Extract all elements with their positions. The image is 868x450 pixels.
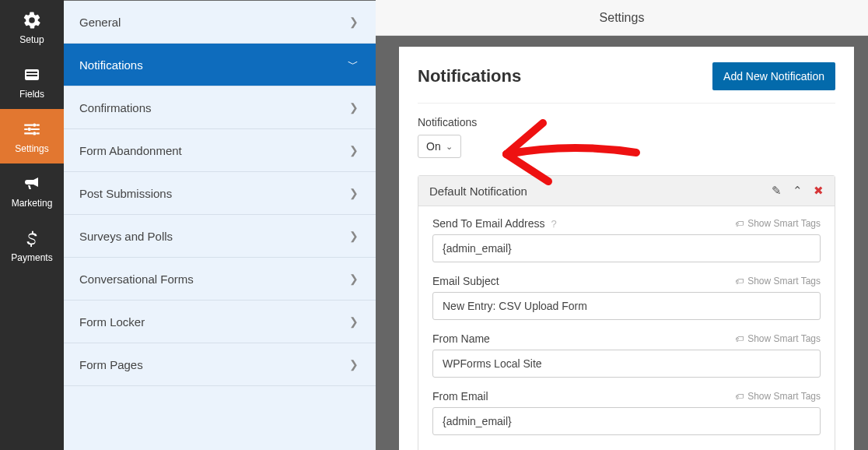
cat-label: Form Pages xyxy=(79,358,143,371)
cat-label: Conversational Forms xyxy=(79,272,194,286)
vertical-nav: Setup Fields Settings Marketing Payments xyxy=(0,0,64,450)
cat-label: Surveys and Polls xyxy=(79,230,173,243)
cat-item-conversational-forms[interactable]: Conversational Forms ❯ xyxy=(64,258,376,301)
vnav-label: Settings xyxy=(15,143,48,154)
show-smart-tags-link[interactable]: 🏷 Show Smart Tags xyxy=(735,276,821,287)
cat-label: Confirmations xyxy=(79,101,152,114)
field-label: Send To Email Address xyxy=(432,217,545,230)
vnav-item-settings[interactable]: Settings xyxy=(0,109,64,163)
help-icon[interactable]: ? xyxy=(551,218,557,230)
chevron-right-icon: ❯ xyxy=(349,101,359,114)
chevron-right-icon: ❯ xyxy=(349,272,359,285)
vnav-label: Setup xyxy=(19,34,44,45)
page-title-bar: Settings xyxy=(376,0,868,36)
cat-item-form-abandonment[interactable]: Form Abandonment ❯ xyxy=(64,129,376,172)
cat-item-general[interactable]: General ❯ xyxy=(64,1,376,44)
cat-item-form-locker[interactable]: Form Locker ❯ xyxy=(64,301,376,343)
cat-label: Post Submissions xyxy=(79,187,172,200)
cat-label: Form Locker xyxy=(79,315,145,329)
vnav-label: Fields xyxy=(19,89,44,100)
panel-title: Notifications xyxy=(418,66,521,86)
svg-point-4 xyxy=(28,128,31,131)
tag-icon: 🏷 xyxy=(735,334,744,343)
tag-icon: 🏷 xyxy=(735,276,744,286)
chevron-right-icon: ❯ xyxy=(349,230,359,242)
edit-icon[interactable]: ✎ xyxy=(772,184,782,198)
gear-icon xyxy=(22,9,42,31)
field-send-to: Send To Email Address ? 🏷 Show Smart Tag… xyxy=(432,217,821,262)
add-new-notification-button[interactable]: Add New Notification xyxy=(712,62,835,90)
cat-item-form-pages[interactable]: Form Pages ❯ xyxy=(64,343,376,386)
chevron-right-icon: ❯ xyxy=(349,16,359,28)
vnav-item-setup[interactable]: Setup xyxy=(0,0,64,54)
collapse-icon[interactable]: ⌃ xyxy=(793,184,803,198)
field-from-name: From Name 🏷 Show Smart Tags xyxy=(432,332,821,378)
field-label: From Email xyxy=(432,390,488,403)
main-pane: Settings Notifications Add New Notificat… xyxy=(376,0,868,450)
field-label: Email Subject xyxy=(432,275,499,287)
card-title: Default Notification xyxy=(429,185,527,198)
bullhorn-icon xyxy=(23,173,41,195)
field-label: From Name xyxy=(432,332,490,345)
chevron-right-icon: ❯ xyxy=(349,358,359,371)
show-smart-tags-link[interactable]: 🏷 Show Smart Tags xyxy=(735,333,821,344)
from-name-input[interactable] xyxy=(432,350,821,378)
chevron-right-icon: ❯ xyxy=(349,187,359,199)
vnav-item-fields[interactable]: Fields xyxy=(0,54,64,109)
svg-rect-1 xyxy=(26,72,37,73)
toggle-value: On xyxy=(426,140,441,153)
cat-label: Notifications xyxy=(79,58,143,72)
vnav-item-payments[interactable]: Payments xyxy=(0,218,64,272)
chevron-right-icon: ❯ xyxy=(349,315,359,328)
email-subject-input[interactable] xyxy=(432,292,821,320)
dollar-icon xyxy=(23,227,40,249)
delete-icon[interactable]: ✖ xyxy=(814,184,824,198)
svg-point-5 xyxy=(33,132,36,135)
category-list: General ❯ Notifications ﹀ Confirmations … xyxy=(64,1,376,450)
tag-icon: 🏷 xyxy=(735,392,744,401)
cat-item-surveys-polls[interactable]: Surveys and Polls ❯ xyxy=(64,215,376,258)
vnav-item-marketing[interactable]: Marketing xyxy=(0,163,64,218)
chevron-right-icon: ❯ xyxy=(349,144,359,156)
send-to-email-input[interactable] xyxy=(432,234,821,262)
chevron-down-icon: ﹀ xyxy=(348,58,359,72)
tag-icon: 🏷 xyxy=(735,219,744,228)
svg-rect-2 xyxy=(26,75,37,76)
cat-label: Form Abandonment xyxy=(79,144,182,157)
list-icon xyxy=(23,64,41,86)
field-subject: Email Subject 🏷 Show Smart Tags xyxy=(432,275,821,320)
default-notification-card: Default Notification ✎ ⌃ ✖ Send To Email… xyxy=(418,175,835,450)
cat-item-confirmations[interactable]: Confirmations ❯ xyxy=(64,86,376,129)
show-smart-tags-link[interactable]: 🏷 Show Smart Tags xyxy=(735,391,821,402)
cat-item-post-submissions[interactable]: Post Submissions ❯ xyxy=(64,172,376,215)
notifications-panel: Notifications Add New Notification Notif… xyxy=(399,47,854,450)
notifications-toggle-label: Notifications xyxy=(418,116,835,128)
show-smart-tags-link[interactable]: 🏷 Show Smart Tags xyxy=(735,218,821,229)
settings-categories-column: General ❯ Notifications ﹀ Confirmations … xyxy=(64,0,376,450)
cat-label: General xyxy=(79,16,121,29)
svg-point-3 xyxy=(33,123,36,126)
chevron-down-icon: ⌄ xyxy=(446,142,453,152)
sliders-icon xyxy=(22,118,42,140)
page-title: Settings xyxy=(600,11,645,25)
notifications-toggle-select[interactable]: On ⌄ xyxy=(418,135,461,158)
cat-item-notifications[interactable]: Notifications ﹀ xyxy=(64,44,376,86)
vnav-label: Marketing xyxy=(12,198,53,209)
from-email-input[interactable] xyxy=(432,407,821,435)
vnav-label: Payments xyxy=(11,252,52,263)
field-from-email: From Email 🏷 Show Smart Tags xyxy=(432,390,821,435)
